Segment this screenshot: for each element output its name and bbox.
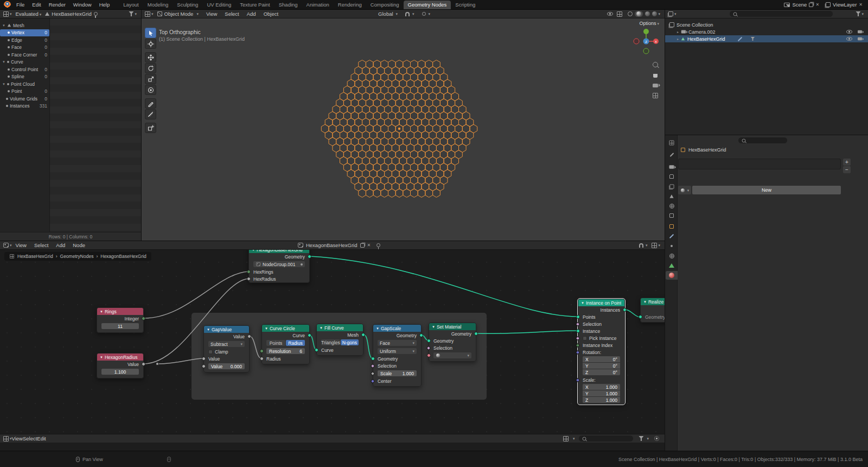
- tab-uv-editing[interactable]: UV Editing: [202, 1, 235, 9]
- geometry-input-socket[interactable]: [639, 315, 642, 319]
- node-realize-instances[interactable]: ▼Realize Instances Geometry: [640, 298, 665, 323]
- tab-animation[interactable]: Animation: [302, 1, 334, 9]
- footer-search-input[interactable]: [579, 436, 633, 441]
- node-hexagonradius[interactable]: ▼HexagonRadius Value 1.100: [97, 353, 144, 378]
- geometry-output-socket[interactable]: [419, 333, 423, 337]
- scale-y-field[interactable]: Y1.000: [583, 390, 620, 396]
- curve-output-socket[interactable]: [308, 333, 311, 337]
- toggle-ortho-icon[interactable]: [650, 91, 660, 100]
- properties-tab-view-layer[interactable]: [666, 182, 678, 191]
- tree-item-volume-grids[interactable]: Volume Grids0: [0, 95, 49, 103]
- pan-hand-icon[interactable]: [650, 70, 660, 80]
- instance-index-input-socket[interactable]: [576, 343, 580, 347]
- viewlayer-name[interactable]: ViewLayer: [833, 2, 857, 8]
- proportional-editing-toggle[interactable]: ▾: [418, 12, 435, 16]
- new-tree-icon[interactable]: [360, 243, 365, 248]
- unlink-scene-icon[interactable]: ✕: [815, 3, 819, 7]
- editor-type-icon[interactable]: [3, 436, 9, 441]
- points-input-socket[interactable]: [576, 315, 580, 319]
- navigation-gizmo[interactable]: X Z: [631, 26, 661, 56]
- tab-texture-paint[interactable]: Texture Paint: [235, 1, 274, 9]
- footer-menu-select[interactable]: Select: [23, 436, 37, 441]
- menu-render[interactable]: Render: [45, 0, 69, 9]
- node-header[interactable]: ▼GapValue: [204, 326, 249, 333]
- properties-tab-scene[interactable]: [666, 192, 678, 200]
- rings-value-field[interactable]: 11: [101, 323, 139, 329]
- rotation-z-field[interactable]: Z0°: [583, 369, 620, 375]
- scale-x-field[interactable]: X1.000: [583, 384, 620, 390]
- tree-item-vertex[interactable]: Vertex0: [0, 29, 49, 37]
- properties-tab-physics[interactable]: [666, 251, 678, 260]
- filter-icon[interactable]: [639, 436, 643, 441]
- tool-measure-icon[interactable]: [145, 109, 156, 119]
- node-header[interactable]: ▼Instance on Points: [578, 299, 624, 306]
- value-output-socket[interactable]: [247, 335, 251, 338]
- tab-shading[interactable]: Shading: [275, 1, 302, 9]
- pick-instance-input-socket[interactable]: [576, 336, 580, 340]
- hide-viewport-icon[interactable]: [846, 30, 852, 34]
- rotation-x-field[interactable]: X0°: [583, 356, 620, 362]
- tree-item-control-point[interactable]: Control Point0: [0, 66, 49, 73]
- pin-icon[interactable]: [376, 243, 380, 247]
- scale-input-socket[interactable]: [576, 377, 580, 382]
- radius-value-field[interactable]: 1.100: [101, 369, 139, 375]
- reroute-node[interactable]: [156, 362, 158, 365]
- node-menu-select[interactable]: Select: [30, 242, 52, 248]
- remove-slot-button[interactable]: −: [843, 166, 851, 173]
- tab-scripting[interactable]: Scripting: [451, 1, 480, 9]
- curve-input-socket[interactable]: [315, 348, 318, 352]
- node-tree-name[interactable]: HexagonBaseHexGrid: [306, 242, 358, 248]
- geometry-input-socket[interactable]: [371, 357, 375, 361]
- node-group-hexagonbasehexgrid[interactable]: ▼HexagonBaseHexGrid Geometry NodeGroup.0…: [248, 245, 310, 283]
- snapping-toggle[interactable]: ▾: [401, 12, 418, 16]
- footer-menu-view[interactable]: View: [12, 436, 23, 441]
- operation-dropdown[interactable]: Subtract▾: [208, 341, 245, 347]
- tree-item-face-corner[interactable]: Face Corner0: [0, 51, 49, 59]
- properties-tab-material[interactable]: [666, 271, 678, 280]
- geometry-nodes-modifier-icon[interactable]: [750, 37, 755, 41]
- node-fill-curve[interactable]: ▼Fill Curve Mesh TrianglesN-gons Curve: [316, 324, 363, 356]
- add-slot-button[interactable]: +: [843, 159, 851, 166]
- material-input-socket[interactable]: [427, 354, 431, 357]
- value-input-socket[interactable]: [202, 357, 206, 361]
- properties-search-input[interactable]: [738, 137, 787, 143]
- hexrings-input-socket[interactable]: [247, 270, 251, 274]
- snapping-magnet-icon[interactable]: [639, 243, 643, 248]
- show-gizmo-icon[interactable]: [617, 11, 622, 17]
- tab-modeling[interactable]: Modeling: [143, 1, 173, 9]
- mode-radius-button[interactable]: Radius: [286, 340, 305, 346]
- browse-material-dropdown[interactable]: ▾: [678, 186, 691, 194]
- viewport-3d[interactable]: ▾ Object Mode▾ View Select Add Object Gl…: [141, 10, 665, 241]
- scale-field[interactable]: Scale1.000: [378, 370, 417, 376]
- editor-type-icon[interactable]: [3, 11, 9, 17]
- menu-file[interactable]: File: [12, 0, 28, 9]
- tree-group-point-cloud[interactable]: ▼Point Cloud: [0, 80, 49, 88]
- disable-render-icon[interactable]: [858, 30, 862, 34]
- node-menu-view[interactable]: View: [12, 242, 30, 248]
- tab-sculpting[interactable]: Sculpting: [173, 1, 202, 9]
- new-material-button[interactable]: New: [692, 186, 841, 194]
- editor-type-icon[interactable]: [668, 11, 673, 16]
- tool-annotate-icon[interactable]: [145, 98, 156, 109]
- transform-orientation-dropdown[interactable]: Global▾: [374, 11, 401, 17]
- outliner-row-camera[interactable]: ▸ Camera.002: [665, 28, 868, 35]
- node-header[interactable]: ▼GapScale: [373, 325, 421, 332]
- properties-tab-render[interactable]: [666, 162, 678, 171]
- geometry-output-socket[interactable]: [308, 255, 311, 258]
- gizmo-y-minus[interactable]: [643, 48, 649, 54]
- breadcrumb-current[interactable]: HexagonBaseHexGrid: [100, 254, 146, 259]
- properties-tab-modifiers[interactable]: [666, 232, 678, 241]
- geometry-input-socket[interactable]: [427, 339, 431, 343]
- resolution-input-socket[interactable]: [260, 349, 264, 353]
- tab-rendering[interactable]: Rendering: [334, 1, 366, 9]
- modifier-wrench-icon[interactable]: [737, 36, 742, 41]
- settings-gear-icon[interactable]: [654, 436, 659, 441]
- value-output-socket[interactable]: [142, 362, 145, 366]
- shading-material-icon[interactable]: [645, 11, 650, 16]
- properties-tab-output[interactable]: [666, 172, 678, 181]
- value2-field[interactable]: Value0.000: [208, 363, 245, 369]
- editor-type-icon[interactable]: [145, 11, 150, 17]
- tool-transform-icon[interactable]: [145, 85, 156, 95]
- shading-dropdown-icon[interactable]: ▾: [658, 12, 660, 16]
- pin-icon[interactable]: [94, 12, 98, 16]
